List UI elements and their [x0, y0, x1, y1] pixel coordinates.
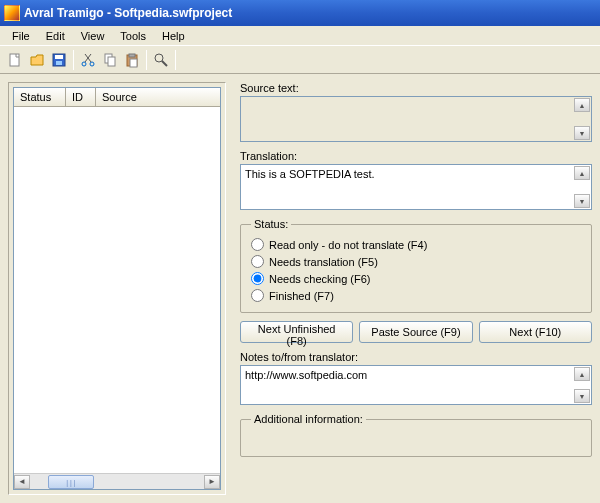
- scroll-up-icon[interactable]: ▲: [574, 98, 590, 112]
- notes-value: http://www.softpedia.com: [245, 369, 367, 381]
- action-button-row: Next Unfinished (F8) Paste Source (F9) N…: [240, 321, 592, 343]
- col-id[interactable]: ID: [66, 88, 96, 106]
- scroll-left-icon[interactable]: ◄: [14, 475, 30, 489]
- source-text-section: Source text: ▲ ▼: [240, 82, 592, 142]
- scroll-right-icon[interactable]: ►: [204, 475, 220, 489]
- toolbar-separator: [175, 50, 176, 70]
- scroll-up-icon[interactable]: ▲: [574, 367, 590, 381]
- additional-info-group: Additional information:: [240, 413, 592, 457]
- svg-rect-2: [55, 55, 63, 59]
- menu-tools[interactable]: Tools: [112, 28, 154, 44]
- cut-icon[interactable]: [77, 49, 99, 71]
- save-icon[interactable]: [48, 49, 70, 71]
- translation-input[interactable]: This is a SOFTPEDIA test. ▲ ▼: [240, 164, 592, 210]
- notes-section: Notes to/from translator: http://www.sof…: [240, 351, 592, 405]
- translation-value: This is a SOFTPEDIA test.: [245, 168, 375, 180]
- vertical-scrollbar[interactable]: ▲ ▼: [574, 367, 590, 403]
- status-needs-translation-radio[interactable]: [251, 255, 264, 268]
- translation-label: Translation:: [240, 150, 592, 162]
- new-icon[interactable]: [4, 49, 26, 71]
- source-text-label: Source text:: [240, 82, 592, 94]
- toolbar-separator: [146, 50, 147, 70]
- scroll-down-icon[interactable]: ▼: [574, 194, 590, 208]
- status-needs-translation-label: Needs translation (F5): [269, 256, 378, 268]
- menubar: File Edit View Tools Help: [0, 26, 600, 46]
- copy-icon[interactable]: [99, 49, 121, 71]
- status-readonly-radio[interactable]: [251, 238, 264, 251]
- menu-edit[interactable]: Edit: [38, 28, 73, 44]
- horizontal-scrollbar[interactable]: ◄ ►: [14, 473, 220, 489]
- status-readonly-option[interactable]: Read only - do not translate (F4): [251, 236, 581, 253]
- translation-list[interactable]: Status ID Source ◄ ►: [13, 87, 221, 490]
- next-unfinished-button[interactable]: Next Unfinished (F8): [240, 321, 353, 343]
- svg-point-11: [155, 54, 163, 62]
- toolbar: [0, 46, 600, 74]
- svg-rect-0: [10, 54, 19, 66]
- translation-section: Translation: This is a SOFTPEDIA test. ▲…: [240, 150, 592, 210]
- scroll-thumb[interactable]: [48, 475, 94, 489]
- status-needs-checking-radio[interactable]: [251, 272, 264, 285]
- status-finished-option[interactable]: Finished (F7): [251, 287, 581, 304]
- paste-source-button[interactable]: Paste Source (F9): [359, 321, 472, 343]
- svg-rect-7: [108, 57, 115, 66]
- source-text-box: ▲ ▼: [240, 96, 592, 142]
- svg-rect-9: [129, 54, 135, 57]
- notes-label: Notes to/from translator:: [240, 351, 592, 363]
- left-pane: Status ID Source ◄ ►: [8, 82, 226, 495]
- status-needs-checking-label: Needs checking (F6): [269, 273, 371, 285]
- col-status[interactable]: Status: [14, 88, 66, 106]
- app-icon: [4, 5, 20, 21]
- menu-help[interactable]: Help: [154, 28, 193, 44]
- status-needs-checking-option[interactable]: Needs checking (F6): [251, 270, 581, 287]
- svg-rect-3: [56, 61, 62, 65]
- vertical-scrollbar[interactable]: ▲ ▼: [574, 166, 590, 208]
- status-needs-translation-option[interactable]: Needs translation (F5): [251, 253, 581, 270]
- next-button[interactable]: Next (F10): [479, 321, 592, 343]
- content-area: Status ID Source ◄ ► Source text: ▲ ▼: [0, 74, 600, 503]
- titlebar: Avral Tramigo - Softpedia.swfproject: [0, 0, 600, 26]
- svg-line-12: [162, 61, 167, 66]
- menu-file[interactable]: File: [4, 28, 38, 44]
- notes-input[interactable]: http://www.softpedia.com ▲ ▼: [240, 365, 592, 405]
- svg-point-4: [82, 62, 86, 66]
- status-finished-label: Finished (F7): [269, 290, 334, 302]
- col-source[interactable]: Source: [96, 88, 220, 106]
- list-body[interactable]: [14, 107, 220, 473]
- scroll-down-icon[interactable]: ▼: [574, 389, 590, 403]
- status-group: Status: Read only - do not translate (F4…: [240, 218, 592, 313]
- paste-icon[interactable]: [121, 49, 143, 71]
- status-finished-radio[interactable]: [251, 289, 264, 302]
- menu-view[interactable]: View: [73, 28, 113, 44]
- list-header: Status ID Source: [14, 88, 220, 107]
- scroll-up-icon[interactable]: ▲: [574, 166, 590, 180]
- svg-point-5: [90, 62, 94, 66]
- vertical-scrollbar[interactable]: ▲ ▼: [574, 98, 590, 140]
- find-icon[interactable]: [150, 49, 172, 71]
- right-pane: Source text: ▲ ▼ Translation: This is a …: [240, 82, 592, 495]
- window-title: Avral Tramigo - Softpedia.swfproject: [24, 6, 232, 20]
- status-readonly-label: Read only - do not translate (F4): [269, 239, 427, 251]
- status-legend: Status:: [251, 218, 291, 230]
- scroll-down-icon[interactable]: ▼: [574, 126, 590, 140]
- open-icon[interactable]: [26, 49, 48, 71]
- additional-info-legend: Additional information:: [251, 413, 366, 425]
- toolbar-separator: [73, 50, 74, 70]
- svg-rect-10: [130, 59, 137, 67]
